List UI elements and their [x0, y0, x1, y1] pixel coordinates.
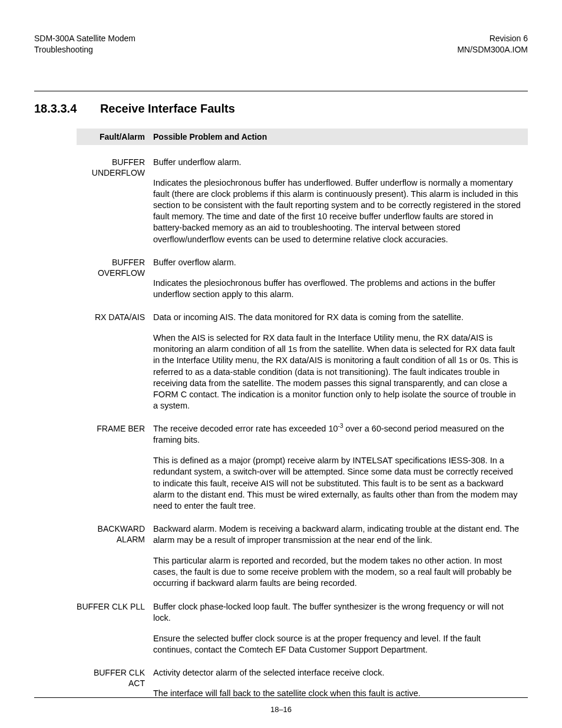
section-title: Receive Interface Faults — [100, 102, 235, 115]
paragraph: Activity detector alarm of the selected … — [153, 667, 521, 678]
fault-description: Buffer underflow alarm.Indicates the ple… — [153, 157, 528, 245]
paragraph: Buffer underflow alarm. — [153, 157, 521, 168]
table-row: RX DATA/AISData or incoming AIS. The dat… — [77, 300, 528, 411]
header-rule — [34, 91, 528, 91]
paragraph: When the AIS is selected for RX data fau… — [153, 332, 521, 411]
faults-table: Fault/Alarm Possible Problem and Action … — [77, 129, 528, 700]
table-row: BUFFER CLK ACTActivity detector alarm of… — [77, 655, 528, 699]
header-revision: Revision 6 — [457, 33, 528, 44]
fault-description: Activity detector alarm of the selected … — [153, 667, 528, 699]
header-right: Revision 6 MN/SDM300A.IOM — [457, 33, 528, 55]
section-number: 18.3.3.4 — [34, 102, 98, 116]
paragraph: This is defined as a major (prompt) rece… — [153, 455, 521, 512]
table-header-row: Fault/Alarm Possible Problem and Action — [77, 129, 528, 145]
table-header-problem: Possible Problem and Action — [153, 132, 528, 141]
header-docid: MN/SDM300A.IOM — [457, 44, 528, 55]
paragraph: Indicates the plesiochronous buffer has … — [153, 278, 521, 300]
paragraph: This particular alarm is reported and re… — [153, 555, 521, 589]
fault-name: FRAME BER — [77, 423, 153, 512]
paragraph: Data or incoming AIS. The data monitored… — [153, 312, 521, 323]
fault-description: The receive decoded error rate has excee… — [153, 423, 528, 512]
table-row: FRAME BERThe receive decoded error rate … — [77, 411, 528, 512]
fault-description: Data or incoming AIS. The data monitored… — [153, 312, 528, 411]
page-number: 18–16 — [0, 705, 562, 714]
fault-name: BACKWARDALARM — [77, 523, 153, 589]
fault-description: Buffer overflow alarm.Indicates the ples… — [153, 257, 528, 300]
fault-name: BUFFEROVERFLOW — [77, 257, 153, 300]
table-row: BUFFER CLK PLLBuffer clock phase-locked … — [77, 589, 528, 656]
paragraph: Ensure the selected buffer clock source … — [153, 633, 521, 655]
footer-rule — [34, 697, 528, 698]
paragraph: Buffer overflow alarm. — [153, 257, 521, 268]
table-row: BUFFEROVERFLOWBuffer overflow alarm.Indi… — [77, 245, 528, 300]
section-heading: 18.3.3.4 Receive Interface Faults — [34, 102, 528, 116]
header-left: SDM-300A Satellite Modem Troubleshooting — [34, 33, 135, 55]
fault-name: BUFFER CLK ACT — [77, 667, 153, 699]
fault-name: RX DATA/AIS — [77, 312, 153, 411]
fault-description: Backward alarm. Modem is receiving a bac… — [153, 523, 528, 589]
fault-name: BUFFERUNDERFLOW — [77, 157, 153, 245]
paragraph: Buffer clock phase-locked loop fault. Th… — [153, 601, 521, 624]
header-section: Troubleshooting — [34, 44, 135, 55]
paragraph: The receive decoded error rate has excee… — [153, 423, 521, 446]
fault-name: BUFFER CLK PLL — [77, 601, 153, 656]
table-row: BACKWARDALARMBackward alarm. Modem is re… — [77, 512, 528, 589]
table-row: BUFFERUNDERFLOWBuffer underflow alarm.In… — [77, 145, 528, 245]
paragraph: Backward alarm. Modem is receiving a bac… — [153, 523, 521, 546]
paragraph: Indicates the plesiochronous buffer has … — [153, 177, 521, 245]
page-header: SDM-300A Satellite Modem Troubleshooting… — [34, 33, 528, 55]
table-header-fault: Fault/Alarm — [77, 132, 153, 141]
page: SDM-300A Satellite Modem Troubleshooting… — [0, 0, 562, 728]
header-product: SDM-300A Satellite Modem — [34, 33, 135, 44]
fault-description: Buffer clock phase-locked loop fault. Th… — [153, 601, 528, 656]
